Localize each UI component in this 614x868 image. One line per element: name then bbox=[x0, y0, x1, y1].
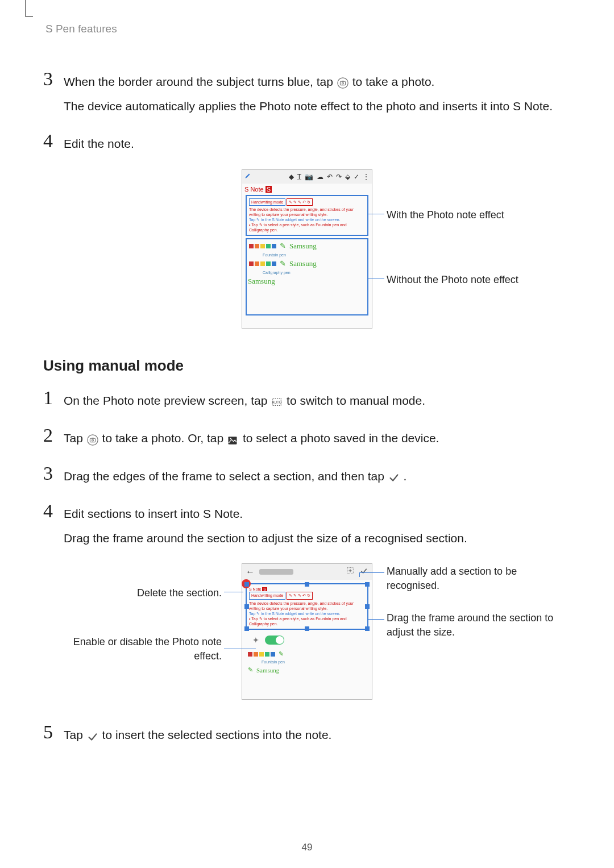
callout-without-effect: Without the Photo note effect bbox=[387, 273, 518, 286]
figure-photo-note-effect: ◆ T 📷 ☁ ↶ ↷ ⬙ ✓ ⋮ S Note S Handwriting m… bbox=[43, 169, 571, 334]
handwriting-mode-label: Handwriting mode bbox=[249, 198, 285, 206]
pen-icon: ✎ bbox=[280, 259, 286, 268]
effect-toggle bbox=[265, 636, 284, 645]
auto-mode-icon: AUTO bbox=[271, 395, 283, 408]
step-text: The device automatically applies the Pho… bbox=[64, 97, 553, 116]
attach-icon: ⬙ bbox=[345, 173, 350, 181]
back-icon: ← bbox=[246, 567, 255, 577]
svg-rect-1 bbox=[340, 82, 345, 85]
snote-title: S Note S bbox=[249, 587, 267, 591]
title-placeholder bbox=[259, 569, 293, 575]
selection-frame: ✕ S Note S Handwriting mode ✎ ✎ ✎ ↶ ↻ Th… bbox=[246, 583, 368, 630]
step-text: Drag the frame around the section to adj… bbox=[64, 529, 467, 548]
eraser-icon: ◆ bbox=[289, 173, 294, 181]
step-number: 5 bbox=[43, 722, 64, 742]
step-3: 3 When the border around the subject tur… bbox=[43, 69, 571, 121]
undo-icon: ↶ bbox=[327, 173, 333, 181]
snote-badge-icon: S bbox=[265, 186, 272, 193]
pen-icon: ✎ bbox=[279, 650, 284, 658]
handwriting-toolbar: ✎ ✎ ✎ ↶ ↻ bbox=[287, 592, 313, 599]
callout-drag-frame: Drag the frame around the section to adj… bbox=[387, 611, 557, 639]
page-number: 49 bbox=[0, 842, 614, 853]
screenshot-phone: ◆ T 📷 ☁ ↶ ↷ ⬙ ✓ ⋮ S Note S Handwriting m… bbox=[242, 169, 372, 329]
svg-point-0 bbox=[338, 78, 348, 88]
camera-icon: 📷 bbox=[305, 173, 313, 181]
calligraphy-pen-label: Calligraphy pen bbox=[263, 271, 365, 275]
redo-icon: ↷ bbox=[336, 173, 342, 181]
screenshot-phone: ← ✕ S Note bbox=[242, 563, 372, 700]
step-number: 2 bbox=[43, 426, 64, 445]
page-tab-stub bbox=[25, 0, 33, 17]
pen-icon: ✎ bbox=[280, 242, 286, 251]
step-text: Tap to insert the selected sections into… bbox=[64, 726, 331, 745]
manual-step-4: 4 Edit sections to insert into S Note. D… bbox=[43, 501, 571, 553]
step-text: Tap to take a photo. Or, tap to select a… bbox=[64, 429, 439, 448]
svg-rect-7 bbox=[90, 438, 95, 442]
gallery-icon bbox=[227, 433, 239, 446]
check-icon bbox=[359, 566, 368, 578]
svg-rect-3 bbox=[342, 81, 344, 81]
effect-on-region: Handwriting mode ✎ ✎ ✎ ↶ ↻ The device de… bbox=[246, 195, 368, 236]
step-number: 4 bbox=[43, 501, 64, 521]
callout-toggle-effect: Enable or disable the Photo note effect. bbox=[51, 635, 222, 663]
svg-point-8 bbox=[92, 439, 93, 441]
cursive-sample: Samsung bbox=[256, 667, 279, 674]
callout-delete-section: Delete the section. bbox=[63, 586, 222, 600]
step-text: Edit sections to insert into S Note. bbox=[64, 505, 467, 524]
manual-step-2: 2 Tap to take a photo. Or, tap to select… bbox=[43, 426, 571, 454]
camera-icon bbox=[337, 76, 349, 89]
handwriting-toolbar: ✎ ✎ ✎ ↶ ↻ bbox=[287, 198, 313, 206]
check-icon bbox=[86, 730, 99, 742]
add-section-icon bbox=[346, 566, 355, 578]
manual-step-1: 1 On the Photo note preview screen, tap … bbox=[43, 388, 571, 416]
color-swatches bbox=[249, 244, 276, 248]
svg-rect-9 bbox=[92, 438, 94, 438]
step-text: On the Photo note preview screen, tap AU… bbox=[64, 392, 425, 410]
edit-toolbar: ← bbox=[242, 564, 372, 580]
fountain-pen-label: Fountain pen bbox=[262, 660, 366, 664]
step-text: Drag the edges of the frame to select a … bbox=[64, 467, 406, 486]
running-header: S Pen features bbox=[45, 23, 571, 35]
callout-with-effect: With the Photo note effect bbox=[387, 208, 504, 222]
step-number: 4 bbox=[43, 131, 64, 151]
svg-point-2 bbox=[342, 82, 343, 84]
figure-manual-mode: ← ✕ S Note bbox=[43, 563, 571, 705]
pen-icon: ✎ bbox=[248, 666, 253, 674]
preview-below-frame: ✎ Fountain pen ✎ Samsung bbox=[246, 648, 368, 684]
svg-text:AUTO: AUTO bbox=[272, 400, 282, 404]
text-icon: T bbox=[297, 173, 301, 181]
snote-title: S Note S bbox=[242, 184, 372, 193]
check-icon: ✓ bbox=[354, 173, 359, 181]
cursive-sample: Samsung bbox=[289, 259, 317, 268]
effect-off-region: ✎ Samsung Fountain pen ✎ Samsung Calligr… bbox=[246, 238, 368, 315]
section-heading-manual-mode: Using manual mode bbox=[43, 357, 571, 375]
color-swatches bbox=[249, 261, 276, 266]
step-number: 1 bbox=[43, 388, 64, 408]
step-text: Edit the note. bbox=[64, 135, 134, 153]
manual-step-5: 5 Tap to insert the selected sections in… bbox=[43, 722, 571, 750]
svg-point-6 bbox=[88, 434, 98, 445]
step-text: When the border around the subject turns… bbox=[64, 73, 553, 92]
cursive-sample: Samsung bbox=[248, 277, 275, 286]
snote-toolbar: ◆ T 📷 ☁ ↶ ↷ ⬙ ✓ ⋮ bbox=[242, 170, 372, 184]
step-number: 3 bbox=[43, 464, 64, 483]
cursive-sample: Samsung bbox=[289, 242, 317, 251]
fountain-pen-label: Fountain pen bbox=[263, 253, 365, 257]
cloud-icon: ☁ bbox=[317, 173, 323, 181]
handwriting-mode-label: Handwriting mode bbox=[249, 592, 285, 599]
check-icon bbox=[388, 471, 400, 483]
camera-icon bbox=[86, 433, 99, 446]
svg-point-11 bbox=[230, 438, 231, 439]
callout-add-section: Manually add a section to be recognised. bbox=[387, 564, 557, 592]
more-icon: ⋮ bbox=[363, 173, 370, 181]
effect-toggle-row: ✦ bbox=[252, 636, 368, 645]
step-number: 3 bbox=[43, 69, 64, 89]
sparkle-icon: ✦ bbox=[252, 636, 259, 645]
manual-step-3: 3 Drag the edges of the frame to select … bbox=[43, 464, 571, 492]
step-4: 4 Edit the note. bbox=[43, 131, 571, 159]
pen-icon bbox=[244, 172, 251, 181]
